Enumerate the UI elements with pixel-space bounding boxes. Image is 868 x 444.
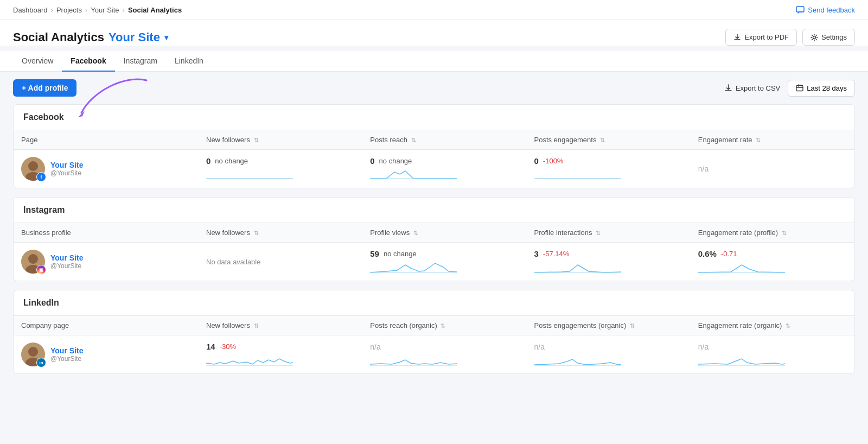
breadcrumb-dashboard[interactable]: Dashboard	[13, 6, 48, 14]
sort-icon: ⇅	[600, 137, 605, 143]
instagram-table: Business profile New followers ⇅ Profile…	[14, 223, 854, 281]
linkedin-new-followers: 14 -30%	[199, 335, 362, 374]
page-header: Social Analytics Your Site ▾ Export to P…	[0, 20, 868, 46]
facebook-posts-reach: 0 no change	[362, 150, 526, 188]
instagram-engagement-rate: 0.6% -0.71	[691, 243, 854, 281]
toolbar: + Add profile Export to CSV Last 28 days	[0, 72, 868, 104]
avatar: ▣	[21, 250, 45, 274]
sort-icon: ⇅	[254, 230, 259, 236]
toolbar-right: Export to CSV Last 28 days	[724, 80, 855, 97]
facebook-badge: f	[36, 172, 46, 182]
export-csv-button[interactable]: Export to CSV	[724, 84, 780, 92]
facebook-col-new-followers[interactable]: New followers ⇅	[199, 130, 362, 150]
page-title-text: Social Analytics	[13, 30, 104, 45]
tab-linkedin[interactable]: LinkedIn	[166, 51, 212, 72]
tab-facebook[interactable]: Facebook	[62, 51, 114, 72]
sort-icon: ⇅	[786, 322, 790, 329]
svg-point-14	[28, 347, 38, 357]
settings-button[interactable]: Settings	[802, 29, 855, 46]
svg-rect-0	[796, 7, 804, 12]
linkedin-profile-name[interactable]: Your Site	[50, 346, 83, 355]
facebook-reach-sparkline	[370, 168, 457, 181]
tabs: Overview Facebook Instagram LinkedIn	[0, 51, 868, 72]
facebook-engagement-rate: n/a	[691, 150, 854, 188]
facebook-profile-cell: f Your Site @YourSite	[14, 150, 199, 188]
linkedin-section: LinkedIn Company page New followers ⇅ Po…	[13, 290, 855, 374]
facebook-section-title: Facebook	[14, 105, 854, 130]
svg-point-9	[28, 254, 38, 264]
send-feedback-button[interactable]: Send feedback	[796, 5, 855, 14]
breadcrumb-your-site[interactable]: Your Site	[91, 6, 119, 14]
linkedin-posts-engagements: n/a	[527, 335, 691, 374]
avatar: in	[21, 342, 45, 366]
linkedin-col-company: Company page	[14, 316, 199, 335]
breadcrumb-projects[interactable]: Projects	[56, 6, 82, 14]
linkedin-table: Company page New followers ⇅ Posts reach…	[14, 316, 854, 373]
tab-instagram[interactable]: Instagram	[115, 51, 166, 72]
sort-icon: ⇅	[630, 322, 635, 329]
site-name[interactable]: Your Site	[108, 30, 160, 45]
sort-icon: ⇅	[411, 137, 416, 143]
instagram-col-profile: Business profile	[14, 223, 199, 243]
instagram-col-profile-views[interactable]: Profile views ⇅	[362, 223, 526, 243]
export-pdf-icon	[733, 34, 741, 41]
instagram-engagementrate-sparkline	[698, 261, 785, 274]
linkedin-engagements-sparkline	[534, 353, 621, 367]
breadcrumb-sep-2: ›	[85, 6, 87, 14]
table-row: f Your Site @YourSite 0 n	[14, 150, 854, 188]
instagram-profile-name[interactable]: Your Site	[50, 253, 83, 262]
facebook-col-posts-engagements[interactable]: Posts engagements ⇅	[527, 130, 691, 150]
breadcrumb: Dashboard › Projects › Your Site › Socia…	[13, 6, 182, 14]
export-pdf-button[interactable]: Export to PDF	[725, 29, 797, 46]
header-actions: Export to PDF Settings	[725, 29, 855, 46]
instagram-col-profile-interactions[interactable]: Profile interactions ⇅	[527, 223, 691, 243]
sort-icon: ⇅	[596, 230, 601, 236]
top-bar: Dashboard › Projects › Your Site › Socia…	[0, 0, 868, 20]
linkedin-profile-handle: @YourSite	[50, 355, 83, 363]
instagram-profile-handle: @YourSite	[50, 262, 83, 270]
facebook-table: Page New followers ⇅ Posts reach ⇅ Posts…	[14, 130, 854, 188]
facebook-col-page: Page	[14, 130, 199, 150]
instagram-section-title: Instagram	[14, 198, 854, 223]
table-row: ▣ Your Site @YourSite No data available	[14, 243, 854, 281]
breadcrumb-sep-1: ›	[51, 6, 53, 14]
add-profile-button[interactable]: + Add profile	[13, 79, 76, 97]
instagram-col-new-followers[interactable]: New followers ⇅	[199, 223, 362, 243]
sort-icon: ⇅	[441, 322, 445, 329]
svg-point-1	[813, 36, 816, 39]
linkedin-col-new-followers[interactable]: New followers ⇅	[199, 316, 362, 335]
sort-icon: ⇅	[782, 230, 787, 236]
facebook-profile-handle: @YourSite	[50, 169, 83, 177]
site-dropdown-chevron[interactable]: ▾	[164, 33, 168, 42]
date-range-button[interactable]: Last 28 days	[788, 80, 855, 97]
sort-icon: ⇅	[756, 137, 761, 143]
facebook-col-engagement-rate[interactable]: Engagement rate ⇅	[691, 130, 854, 150]
tab-overview[interactable]: Overview	[13, 51, 62, 72]
table-row: in Your Site @YourSite 14	[14, 335, 854, 374]
export-csv-icon	[724, 84, 732, 92]
instagram-section: Instagram Business profile New followers…	[13, 197, 855, 281]
breadcrumb-current: Social Analytics	[128, 6, 182, 14]
linkedin-profile-cell: in Your Site @YourSite	[14, 335, 199, 374]
linkedin-posts-reach: n/a	[362, 335, 526, 374]
facebook-profile-name[interactable]: Your Site	[50, 161, 83, 169]
facebook-col-posts-reach[interactable]: Posts reach ⇅	[362, 130, 526, 150]
feedback-icon	[796, 5, 805, 14]
facebook-followers-sparkline	[206, 168, 293, 181]
instagram-badge: ▣	[36, 265, 46, 275]
linkedin-engagementrate-sparkline	[698, 353, 785, 367]
linkedin-col-posts-reach[interactable]: Posts reach (organic) ⇅	[362, 316, 526, 335]
breadcrumb-sep-3: ›	[123, 6, 125, 14]
avatar: f	[21, 157, 45, 181]
facebook-posts-engagements: 0 -100%	[527, 150, 691, 188]
instagram-profile-cell: ▣ Your Site @YourSite	[14, 243, 199, 281]
instagram-interactions-sparkline	[534, 261, 621, 274]
instagram-profile-interactions: 3 -57.14%	[527, 243, 691, 281]
linkedin-col-posts-engagements[interactable]: Posts engagements (organic) ⇅	[527, 316, 691, 335]
instagram-col-engagement-rate[interactable]: Engagement rate (profile) ⇅	[691, 223, 854, 243]
linkedin-followers-sparkline	[206, 353, 293, 367]
facebook-engagements-sparkline	[534, 168, 621, 181]
linkedin-col-engagement-rate[interactable]: Engagement rate (organic) ⇅	[691, 316, 854, 335]
facebook-new-followers: 0 no change	[199, 150, 362, 188]
content: Facebook Page New followers ⇅ Posts reac…	[0, 104, 868, 396]
